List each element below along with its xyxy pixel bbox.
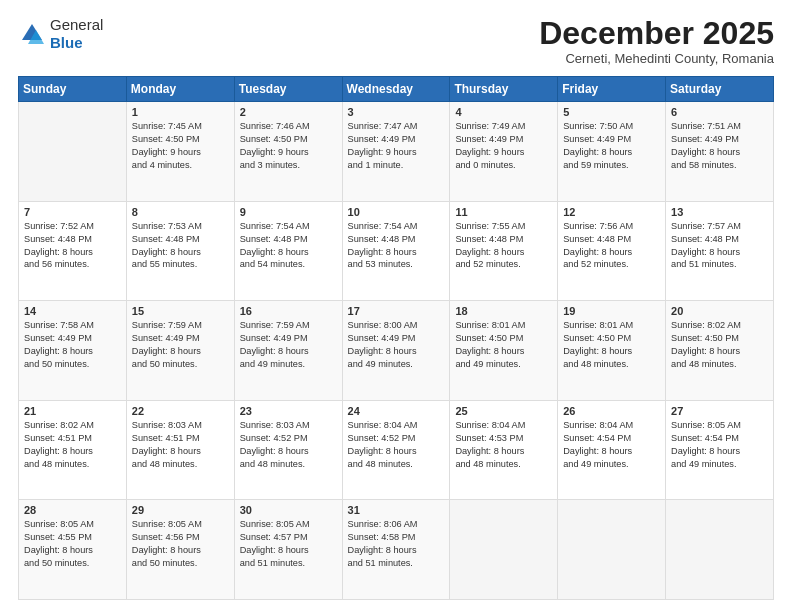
table-row: 14Sunrise: 7:58 AM Sunset: 4:49 PM Dayli…	[19, 301, 127, 401]
table-row	[558, 500, 666, 600]
cell-content: Sunrise: 7:50 AM Sunset: 4:49 PM Dayligh…	[563, 120, 660, 172]
table-row	[19, 102, 127, 202]
day-number: 2	[240, 106, 337, 118]
cell-content: Sunrise: 8:01 AM Sunset: 4:50 PM Dayligh…	[455, 319, 552, 371]
day-number: 4	[455, 106, 552, 118]
day-number: 25	[455, 405, 552, 417]
calendar-week-4: 28Sunrise: 8:05 AM Sunset: 4:55 PM Dayli…	[19, 500, 774, 600]
cell-content: Sunrise: 8:02 AM Sunset: 4:50 PM Dayligh…	[671, 319, 768, 371]
day-number: 3	[348, 106, 445, 118]
table-row: 18Sunrise: 8:01 AM Sunset: 4:50 PM Dayli…	[450, 301, 558, 401]
cell-content: Sunrise: 7:47 AM Sunset: 4:49 PM Dayligh…	[348, 120, 445, 172]
cell-content: Sunrise: 7:49 AM Sunset: 4:49 PM Dayligh…	[455, 120, 552, 172]
title-block: December 2025 Cerneti, Mehedinti County,…	[539, 16, 774, 66]
cell-content: Sunrise: 8:01 AM Sunset: 4:50 PM Dayligh…	[563, 319, 660, 371]
table-row: 2Sunrise: 7:46 AM Sunset: 4:50 PM Daylig…	[234, 102, 342, 202]
cell-content: Sunrise: 8:04 AM Sunset: 4:52 PM Dayligh…	[348, 419, 445, 471]
table-row: 12Sunrise: 7:56 AM Sunset: 4:48 PM Dayli…	[558, 201, 666, 301]
table-row: 22Sunrise: 8:03 AM Sunset: 4:51 PM Dayli…	[126, 400, 234, 500]
day-number: 26	[563, 405, 660, 417]
table-row: 31Sunrise: 8:06 AM Sunset: 4:58 PM Dayli…	[342, 500, 450, 600]
cell-content: Sunrise: 7:59 AM Sunset: 4:49 PM Dayligh…	[240, 319, 337, 371]
cell-content: Sunrise: 7:53 AM Sunset: 4:48 PM Dayligh…	[132, 220, 229, 272]
day-number: 10	[348, 206, 445, 218]
day-number: 17	[348, 305, 445, 317]
page: General Blue December 2025 Cerneti, Mehe…	[0, 0, 792, 612]
day-number: 14	[24, 305, 121, 317]
cell-content: Sunrise: 7:55 AM Sunset: 4:48 PM Dayligh…	[455, 220, 552, 272]
table-row: 6Sunrise: 7:51 AM Sunset: 4:49 PM Daylig…	[666, 102, 774, 202]
day-number: 24	[348, 405, 445, 417]
location-subtitle: Cerneti, Mehedinti County, Romania	[539, 51, 774, 66]
day-number: 12	[563, 206, 660, 218]
table-row: 23Sunrise: 8:03 AM Sunset: 4:52 PM Dayli…	[234, 400, 342, 500]
day-number: 29	[132, 504, 229, 516]
col-tuesday: Tuesday	[234, 77, 342, 102]
calendar-body: 1Sunrise: 7:45 AM Sunset: 4:50 PM Daylig…	[19, 102, 774, 600]
table-row: 17Sunrise: 8:00 AM Sunset: 4:49 PM Dayli…	[342, 301, 450, 401]
table-row: 3Sunrise: 7:47 AM Sunset: 4:49 PM Daylig…	[342, 102, 450, 202]
day-number: 1	[132, 106, 229, 118]
calendar-week-0: 1Sunrise: 7:45 AM Sunset: 4:50 PM Daylig…	[19, 102, 774, 202]
table-row: 29Sunrise: 8:05 AM Sunset: 4:56 PM Dayli…	[126, 500, 234, 600]
day-number: 20	[671, 305, 768, 317]
day-number: 22	[132, 405, 229, 417]
table-row: 20Sunrise: 8:02 AM Sunset: 4:50 PM Dayli…	[666, 301, 774, 401]
table-row: 30Sunrise: 8:05 AM Sunset: 4:57 PM Dayli…	[234, 500, 342, 600]
day-number: 5	[563, 106, 660, 118]
col-friday: Friday	[558, 77, 666, 102]
day-number: 8	[132, 206, 229, 218]
table-row: 5Sunrise: 7:50 AM Sunset: 4:49 PM Daylig…	[558, 102, 666, 202]
calendar-week-1: 7Sunrise: 7:52 AM Sunset: 4:48 PM Daylig…	[19, 201, 774, 301]
logo-text: General Blue	[50, 16, 103, 52]
table-row: 7Sunrise: 7:52 AM Sunset: 4:48 PM Daylig…	[19, 201, 127, 301]
day-number: 7	[24, 206, 121, 218]
day-number: 15	[132, 305, 229, 317]
table-row: 27Sunrise: 8:05 AM Sunset: 4:54 PM Dayli…	[666, 400, 774, 500]
cell-content: Sunrise: 8:05 AM Sunset: 4:57 PM Dayligh…	[240, 518, 337, 570]
cell-content: Sunrise: 8:03 AM Sunset: 4:51 PM Dayligh…	[132, 419, 229, 471]
cell-content: Sunrise: 7:52 AM Sunset: 4:48 PM Dayligh…	[24, 220, 121, 272]
table-row: 19Sunrise: 8:01 AM Sunset: 4:50 PM Dayli…	[558, 301, 666, 401]
day-number: 21	[24, 405, 121, 417]
table-row: 26Sunrise: 8:04 AM Sunset: 4:54 PM Dayli…	[558, 400, 666, 500]
day-number: 30	[240, 504, 337, 516]
table-row: 21Sunrise: 8:02 AM Sunset: 4:51 PM Dayli…	[19, 400, 127, 500]
day-number: 28	[24, 504, 121, 516]
cell-content: Sunrise: 7:59 AM Sunset: 4:49 PM Dayligh…	[132, 319, 229, 371]
table-row: 9Sunrise: 7:54 AM Sunset: 4:48 PM Daylig…	[234, 201, 342, 301]
logo-icon	[18, 20, 46, 48]
cell-content: Sunrise: 8:04 AM Sunset: 4:54 PM Dayligh…	[563, 419, 660, 471]
cell-content: Sunrise: 7:57 AM Sunset: 4:48 PM Dayligh…	[671, 220, 768, 272]
table-row	[666, 500, 774, 600]
calendar-week-3: 21Sunrise: 8:02 AM Sunset: 4:51 PM Dayli…	[19, 400, 774, 500]
table-row: 28Sunrise: 8:05 AM Sunset: 4:55 PM Dayli…	[19, 500, 127, 600]
table-row: 16Sunrise: 7:59 AM Sunset: 4:49 PM Dayli…	[234, 301, 342, 401]
cell-content: Sunrise: 7:56 AM Sunset: 4:48 PM Dayligh…	[563, 220, 660, 272]
cell-content: Sunrise: 8:03 AM Sunset: 4:52 PM Dayligh…	[240, 419, 337, 471]
day-number: 19	[563, 305, 660, 317]
table-row: 4Sunrise: 7:49 AM Sunset: 4:49 PM Daylig…	[450, 102, 558, 202]
table-row: 25Sunrise: 8:04 AM Sunset: 4:53 PM Dayli…	[450, 400, 558, 500]
col-monday: Monday	[126, 77, 234, 102]
day-number: 11	[455, 206, 552, 218]
table-row: 24Sunrise: 8:04 AM Sunset: 4:52 PM Dayli…	[342, 400, 450, 500]
day-number: 13	[671, 206, 768, 218]
cell-content: Sunrise: 7:54 AM Sunset: 4:48 PM Dayligh…	[348, 220, 445, 272]
cell-content: Sunrise: 8:06 AM Sunset: 4:58 PM Dayligh…	[348, 518, 445, 570]
cell-content: Sunrise: 8:00 AM Sunset: 4:49 PM Dayligh…	[348, 319, 445, 371]
day-number: 23	[240, 405, 337, 417]
cell-content: Sunrise: 7:51 AM Sunset: 4:49 PM Dayligh…	[671, 120, 768, 172]
day-number: 31	[348, 504, 445, 516]
cell-content: Sunrise: 7:58 AM Sunset: 4:49 PM Dayligh…	[24, 319, 121, 371]
table-row: 8Sunrise: 7:53 AM Sunset: 4:48 PM Daylig…	[126, 201, 234, 301]
calendar-week-2: 14Sunrise: 7:58 AM Sunset: 4:49 PM Dayli…	[19, 301, 774, 401]
month-title: December 2025	[539, 16, 774, 51]
table-row: 11Sunrise: 7:55 AM Sunset: 4:48 PM Dayli…	[450, 201, 558, 301]
col-sunday: Sunday	[19, 77, 127, 102]
day-number: 6	[671, 106, 768, 118]
table-row	[450, 500, 558, 600]
day-number: 9	[240, 206, 337, 218]
cell-content: Sunrise: 7:45 AM Sunset: 4:50 PM Dayligh…	[132, 120, 229, 172]
table-row: 10Sunrise: 7:54 AM Sunset: 4:48 PM Dayli…	[342, 201, 450, 301]
